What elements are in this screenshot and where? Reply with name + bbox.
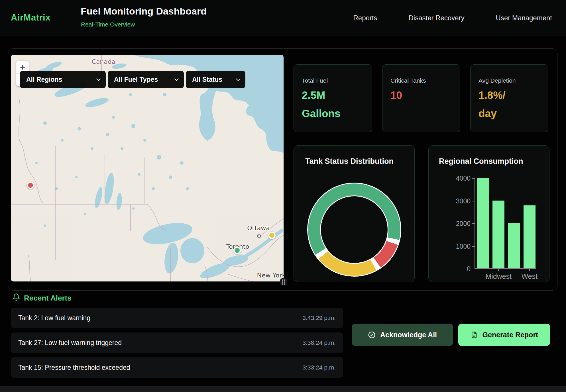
tank-marker-normal[interactable] xyxy=(233,247,241,254)
donut-hole xyxy=(320,195,388,264)
kpi-value: 2.5MGallons xyxy=(302,86,341,123)
map-label-ottawa: Ottawa xyxy=(247,224,270,232)
alert-text: Tank 27: Low fuel warning triggered xyxy=(18,339,122,347)
nav-disaster-recovery[interactable]: Disaster Recovery xyxy=(409,14,465,22)
kpi-value: 10 xyxy=(390,86,402,105)
region-filter-value: All Regions xyxy=(26,76,62,83)
check-circle-icon xyxy=(368,331,376,339)
status-filter-value: All Status xyxy=(192,76,222,83)
bell-icon xyxy=(12,293,20,301)
alert-time: 3:33:24 p.m. xyxy=(302,364,336,371)
fuel-type-filter-select[interactable]: All Fuel Types xyxy=(108,71,184,88)
generate-report-button[interactable]: Generate Report xyxy=(458,324,550,346)
alert-time: 3:38:24 p.m. xyxy=(302,339,336,346)
alert-text: Tank 15: Pressure threshold exceeded xyxy=(18,364,130,371)
header: AirMatrix Fuel Monitoring Dashboard Real… xyxy=(0,0,566,36)
bar-region-1 xyxy=(477,178,489,268)
alert-time: 3:43:29 p.m. xyxy=(302,315,336,321)
region-filter-select[interactable]: All Regions xyxy=(20,71,106,88)
status-filter-select[interactable]: All Status xyxy=(186,71,245,88)
alert-row: Tank 27: Low fuel warning triggered 3:38… xyxy=(11,332,343,353)
kpi-critical-tanks: Critical Tanks 10 xyxy=(382,64,460,132)
tank-status-donut-chart xyxy=(307,183,401,277)
y-axis-label: 2000 xyxy=(451,220,471,228)
chart-title: Regional Consumption xyxy=(439,157,523,166)
generate-report-label: Generate Report xyxy=(482,331,538,339)
x-axis-label: West xyxy=(522,272,538,281)
main-nav: Reports Disaster Recovery User Managemen… xyxy=(353,0,552,36)
chevron-down-icon xyxy=(174,76,179,81)
alert-row: Tank 2: Low fuel warning 3:43:29 p.m. xyxy=(11,308,343,328)
bar-Midwest xyxy=(492,201,504,269)
kpi-label: Avg Depletion xyxy=(479,77,516,84)
map-label-new-york: New York xyxy=(257,271,284,279)
kpi-total-fuel: Total Fuel 2.5MGallons xyxy=(294,64,372,132)
kpi-label: Total Fuel xyxy=(302,77,328,84)
kpi-label: Critical Tanks xyxy=(390,77,426,84)
alert-text: Tank 2: Low fuel warning xyxy=(18,314,90,322)
acknowledge-all-label: Acknowledge All xyxy=(380,331,437,339)
x-axis-label: Midwest xyxy=(485,272,512,281)
tank-marker-warning[interactable] xyxy=(268,232,276,239)
ottawa-town-icon xyxy=(257,234,261,238)
fuel-monitoring-dashboard: AirMatrix Fuel Monitoring Dashboard Real… xyxy=(0,0,566,392)
y-axis-label: 4000 xyxy=(451,175,471,182)
page-subtitle: Real-Time Overview xyxy=(81,21,135,28)
chevron-down-icon xyxy=(236,76,241,81)
alerts-heading: Recent Alerts xyxy=(24,294,72,303)
regional-consumption-card: Regional Consumption MidwestWest01000200… xyxy=(428,145,549,282)
tank-status-card: Tank Status Distribution xyxy=(294,145,415,282)
tank-marker-critical[interactable] xyxy=(27,181,34,189)
tank-map[interactable]: Canada Ottawa Toronto New York + − All R… xyxy=(11,55,284,281)
document-icon xyxy=(470,331,478,339)
alert-row: Tank 15: Pressure threshold exceeded 3:3… xyxy=(11,357,343,378)
kpi-value: 1.8%/day xyxy=(479,86,506,123)
page-title: Fuel Monitoring Dashboard xyxy=(81,6,207,17)
chart-title: Tank Status Distribution xyxy=(305,157,394,166)
y-axis-label: 0 xyxy=(451,265,471,273)
nav-user-management[interactable]: User Management xyxy=(496,14,552,22)
fuel-type-filter-value: All Fuel Types xyxy=(114,76,158,83)
bar-region-3 xyxy=(508,223,520,268)
map-filters: All Regions All Fuel Types All Status xyxy=(20,71,245,88)
brand-logo: AirMatrix xyxy=(11,13,50,23)
bottom-bar xyxy=(0,386,566,392)
map-drag-handle-icon[interactable] xyxy=(280,278,287,285)
kpi-avg-depletion: Avg Depletion 1.8%/day xyxy=(470,64,548,132)
bar-West xyxy=(524,205,536,268)
y-axis-label: 1000 xyxy=(451,243,471,250)
map-canvas[interactable]: Canada Ottawa Toronto New York xyxy=(11,55,284,281)
map-label-canada: Canada xyxy=(92,58,116,65)
y-axis-label: 3000 xyxy=(451,197,471,205)
acknowledge-all-button[interactable]: Acknowledge All xyxy=(352,324,453,346)
chevron-down-icon xyxy=(96,76,101,81)
regional-consumption-bar-chart: MidwestWest01000200030004000 xyxy=(475,178,536,269)
nav-reports[interactable]: Reports xyxy=(353,14,377,22)
